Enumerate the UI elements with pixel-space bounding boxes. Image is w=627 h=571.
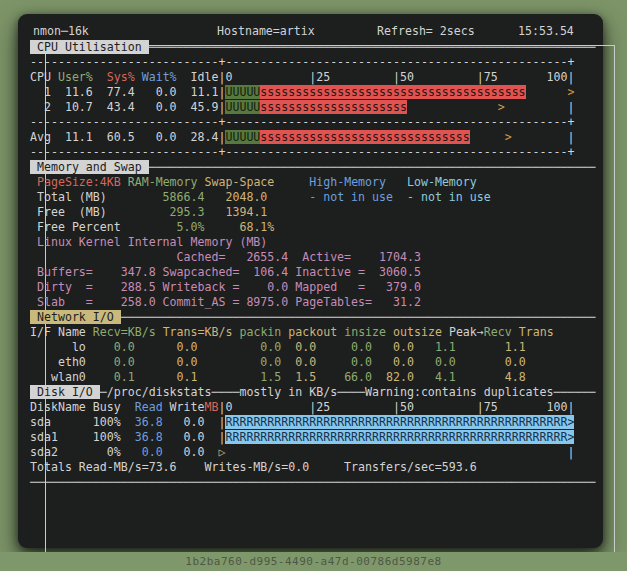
cpu-section-header: CPU Utilisation ────────────────────────… <box>30 40 595 55</box>
taskbar: 1b2ba760-d995-4490-a47d-00786d5987e8 <box>0 552 627 571</box>
separator: ---------------------------+------------… <box>30 145 574 160</box>
title-refresh: Refresh= 2secs <box>375 24 477 38</box>
memory-column-header: PageSize:4KB RAM-Memory Swap-Space High-… <box>30 175 477 190</box>
kernel-memory-row: Slab = 258.0 Commit_AS = 8975.0 PageTabl… <box>30 295 421 310</box>
network-row-wlan0: wlan0 0.1 0.1 1.5 1.5 66.0 82.0 4.1 4.8 <box>30 370 526 385</box>
memory-section-header: Memory and Swap ────────────────────────… <box>30 160 595 175</box>
kernel-memory-row: Cached= 2655.4 Active= 1704.3 <box>30 250 421 265</box>
title-clock: 15:53.54 <box>516 24 576 38</box>
disk-row-sda1: sda1 100% 36.8 0.0 |RRRRRRRRRRRRRRRRRRRR… <box>30 430 574 445</box>
disk-section-header: Disk I/O ─/proc/diskstats────mostly in K… <box>30 385 595 400</box>
terminal-screen: nmon─16k Hostname=artix Refresh= 2secs 1… <box>0 0 627 571</box>
memory-total-row: Total (MB) 5866.4 2048.0 - not in use - … <box>30 190 491 205</box>
title-hostname: Hostname=artix <box>215 24 317 38</box>
cpu-column-header: CPU User% Sys% Wait% Idle|0 |25 |50 |75 … <box>30 70 574 85</box>
memory-free-row: Free (MB) 295.3 1394.1 <box>30 205 267 220</box>
kernel-memory-title: Linux Kernel Internal Memory (MB) <box>30 235 267 250</box>
cpu-row-1: 1 11.6 77.4 0.0 11.1|UUUUUssssssssssssss… <box>30 85 574 100</box>
taskbar-uuid-text: 1b2ba760-d995-4490-a47d-00786d5987e8 <box>185 555 441 568</box>
network-section-header: Network I/O ────────────────────────────… <box>30 310 595 325</box>
disk-totals-row: Totals Read-MB/s=73.6 Writes-MB/s=0.0 Tr… <box>30 460 477 475</box>
title-app-label: nmon─16k <box>31 24 91 38</box>
network-row-eth0: eth0 0.0 0.0 0.0 0.0 0.0 0.0 0.0 0.0 <box>30 355 526 370</box>
separator: ---------------------------+------------… <box>30 115 574 130</box>
desktop: nmon─16k Hostname=artix Refresh= 2secs 1… <box>0 0 627 571</box>
cpu-row-avg: Avg 11.1 60.5 0.0 28.4|UUUUUssssssssssss… <box>30 130 574 145</box>
kernel-memory-row: Buffers= 347.8 Swapcached= 106.4 Inactiv… <box>30 265 421 280</box>
bottom-separator: ────────────────────────────────────────… <box>30 475 595 490</box>
cpu-row-2: 2 10.7 43.4 0.0 45.9|UUUUUssssssssssssss… <box>30 100 575 115</box>
separator: ---------------------------+------------… <box>30 55 574 70</box>
network-row-lo: lo 0.0 0.0 0.0 0.0 0.0 0.0 1.1 1.1 <box>30 340 526 355</box>
disk-row-sda: sda 100% 36.8 0.0 |RRRRRRRRRRRRRRRRRRRRR… <box>30 415 574 430</box>
kernel-memory-row: Dirty = 288.5 Writeback = 0.0 Mapped = 3… <box>30 280 421 295</box>
disk-column-header: DiskName Busy Read WriteMB|0 |25 |50 |75… <box>30 400 574 415</box>
memory-freepct-row: Free Percent 5.0% 68.1% <box>30 220 274 235</box>
network-column-header: I/F Name Recv=KB/s Trans=KB/s packin pac… <box>30 325 554 340</box>
disk-row-sda2: sda2 0% 0.0 0.0 ▷ | <box>30 445 574 460</box>
